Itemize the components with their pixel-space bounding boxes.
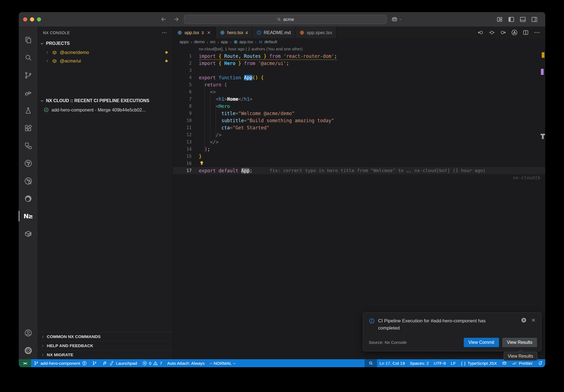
copilot-icon [391,16,398,23]
status-vim-mode[interactable]: -- NORMAL -- [207,359,238,367]
code-line[interactable]: 13 </> [173,138,545,146]
code-editor[interactable]: nx-cloud[bot], 1 hour ago | 2 authors (Y… [173,45,545,359]
code-line[interactable]: 3 [173,67,545,74]
history-forward-icon[interactable] [173,16,180,23]
run-graph-icon[interactable] [511,29,518,36]
toggle-sidebar-icon[interactable] [508,16,515,23]
split-editor-icon[interactable] [522,29,529,36]
section-common-nx-commands[interactable]: COMMON NX COMMANDS [37,332,173,341]
code-line[interactable]: 17export default App;fix: correct typo i… [173,167,545,174]
nav-back-icon[interactable] [477,29,484,36]
pipeline-execution-item[interactable]: add-hero-component - Merge 409b44e5cb02.… [37,105,173,114]
more-actions-icon[interactable] [534,29,540,36]
code-line[interactable]: 16 [173,160,545,167]
breadcrumb-item[interactable]: demo [194,39,205,44]
command-center-search[interactable]: acme [184,15,387,24]
code-line[interactable]: 9 title="Welcome @acme/demo" [173,110,545,117]
activity-item-testing[interactable] [19,102,37,119]
code-line[interactable]: 8 <Hero [173,103,545,110]
toggle-secondary-sidebar-icon[interactable] [531,16,538,23]
activity-item-explorer[interactable] [19,31,37,49]
activity-item-extensions[interactable] [19,119,37,137]
code-line[interactable]: 10 subtitle="Build something amazing tod… [173,117,545,124]
code-line[interactable]: 2import { Hero } from '@acme/ui'; [173,60,545,67]
section-projects[interactable]: PROJECTS [37,39,173,48]
section-nx-migrate[interactable]: NX MIGRATE [37,350,173,359]
minimize-window-button[interactable] [30,17,34,21]
close-icon[interactable] [531,317,536,323]
breadcrumb-item[interactable]: src [210,39,216,44]
code-line[interactable]: 15} [173,153,545,160]
tab-hero-tsx[interactable]: hero.tsx4 [216,27,252,38]
status-auto-attach[interactable]: Auto Attach: Always [165,359,207,367]
status-cursor-position[interactable]: Ln 17, Col 19 [377,359,407,367]
code-line[interactable]: 6 <> [173,88,545,96]
nav-current-icon[interactable] [489,29,495,36]
line-number: 5 [173,81,199,88]
activity-item-edge-tools[interactable] [19,190,37,207]
activity-item-settings[interactable] [19,342,37,359]
breadcrumb-item[interactable]: default [258,39,277,44]
zoom-window-button[interactable] [37,17,41,21]
activity-item-graph-inspect[interactable] [19,172,37,190]
nav-forward-icon[interactable] [500,29,506,36]
activity-bar: N≥ [19,27,37,359]
code-line[interactable]: 11 cta="Get Started" [173,124,545,131]
code-line[interactable]: 1import { Route, Routes } from 'react-ro… [173,53,545,60]
project-item[interactable]: @acme/demo [37,48,173,57]
activity-item-search[interactable] [19,49,37,66]
breadcrumb-item[interactable]: apps [180,39,189,44]
close-window-button[interactable] [23,17,27,21]
activity-item-containers[interactable] [19,225,37,243]
status-text: add-hero-component [40,361,80,366]
code-text: title="Welcome @acme/demo" [199,110,295,117]
project-item[interactable]: @acme/ui [37,57,173,65]
line-number: 9 [173,110,199,117]
section-help-and-feedback[interactable]: HELP AND FEEDBACK [37,341,173,350]
toggle-panel-icon[interactable] [519,16,527,23]
code-line[interactable]: 14 ); [173,146,545,153]
lightbulb-icon[interactable] [199,160,205,166]
activity-item-run-debug[interactable] [19,84,37,102]
view-results-button[interactable]: View Results [502,338,537,347]
code-line[interactable]: 4export function App() { [173,74,545,81]
status-eol[interactable]: LF [448,359,458,367]
status-text: Ln 17, Col 19 [379,361,405,366]
sidebar-nx-console: NX CONSOLE PROJECTS @acme/demo@acme/ui N… [37,27,173,359]
breadcrumb-item[interactable]: app [221,39,228,44]
search-icon [24,53,32,62]
status-git-branch[interactable]: add-hero-component [31,359,90,367]
tab-app-spec-tsx[interactable]: app.spec.tsx [295,27,337,38]
code-line[interactable]: 12 /> [173,131,545,138]
tab-label: app.tsx [185,30,199,35]
view-commit-button[interactable]: View Commit [464,338,499,347]
notification-settings-icon[interactable] [521,317,527,323]
activity-item-commit-graph[interactable] [19,154,37,172]
customize-layout-icon[interactable] [496,16,503,23]
status-launchpad[interactable]: Launchpad [100,359,140,367]
status-remote-indicator[interactable]: >< [19,359,31,367]
status-language-mode[interactable]: { }TypeScript JSX [458,359,499,367]
activity-item-nx-console[interactable]: N≥ [19,207,37,225]
activity-item-accounts[interactable] [19,324,37,342]
tab-label: README.md [264,30,291,35]
sidebar-more-actions-icon[interactable] [162,30,167,36]
history-back-icon[interactable] [160,16,167,23]
status-zoom-indicator[interactable] [365,359,377,367]
chevron-right-icon [41,344,45,348]
close-icon[interactable] [207,30,211,35]
status-encoding[interactable]: UTF-8 [431,359,448,367]
breadcrumb-item[interactable]: app.tsx [233,39,253,44]
code-text: <Hero [199,103,230,110]
status-problems[interactable]: 07 [140,359,165,367]
code-line[interactable]: 5 return ( [173,81,545,88]
activity-item-source-control[interactable] [19,66,37,84]
copilot-menu[interactable] [391,16,403,23]
section-nx-cloud[interactable]: NX CLOUD :: RECENT CI PIPELINE EXECUTION… [37,96,173,105]
tab-app-tsx[interactable]: app.tsx3 [173,27,216,38]
activity-item-references[interactable] [19,137,37,154]
status-git-graph[interactable] [90,359,100,367]
code-line[interactable]: 7 <h1>Home</h1> [173,96,545,103]
tab-README-md[interactable]: README.md [252,27,295,38]
status-indentation[interactable]: Spaces: 2 [407,359,431,367]
